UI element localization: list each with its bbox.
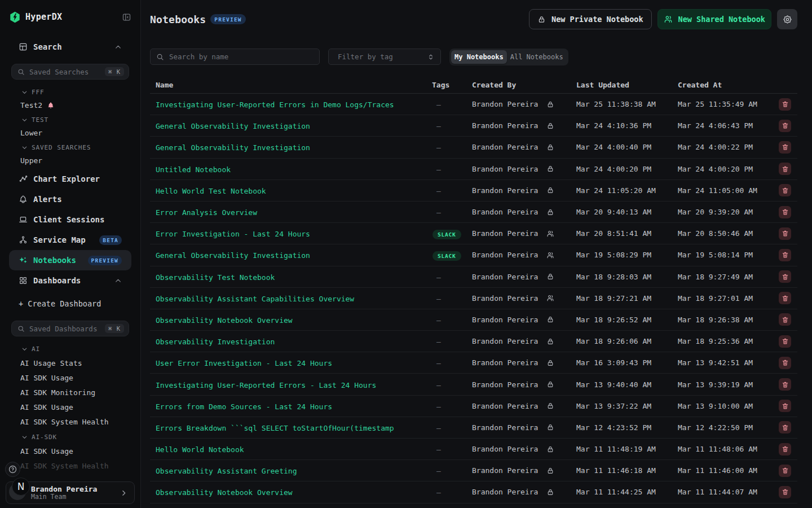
delete-notebook-button[interactable] <box>779 120 791 132</box>
delete-notebook-button[interactable] <box>779 378 791 391</box>
notebook-link[interactable]: Observability Assistant Capabilities Ove… <box>156 295 354 303</box>
notebook-link[interactable]: Observability Test Notebook <box>156 273 275 282</box>
delete-notebook-button[interactable] <box>779 141 791 154</box>
notebook-link[interactable]: Hello World Test Notebook <box>156 187 266 195</box>
table-row[interactable]: General Observability Investigation — Br… <box>150 137 797 158</box>
saved-search-group-fff[interactable]: FFF <box>9 86 131 99</box>
dashboard-item[interactable]: AI SDK Usage <box>9 370 131 385</box>
table-row[interactable]: User Error Investigation - Last 24 Hours… <box>150 352 797 374</box>
sidebar-item-search[interactable]: Search <box>9 37 131 57</box>
notebook-link[interactable]: General Observability Investigation <box>156 122 310 130</box>
dashboard-item[interactable]: AI SDK Monitoring <box>9 385 131 400</box>
notebook-link[interactable]: Error Analysis Overview <box>156 208 257 217</box>
notebook-link[interactable]: Hello World Notebook <box>156 445 244 454</box>
dashboard-item[interactable]: AI Usage Stats <box>9 356 131 370</box>
table-row[interactable]: Hello World Test Notebook — Brandon Pere… <box>150 180 797 202</box>
no-tags-dash: — <box>436 488 441 497</box>
table-row[interactable]: Untitled Notebook — Brandon Pereira Mar … <box>150 159 797 180</box>
create-dashboard-button[interactable]: + Create Dashboard <box>9 294 131 314</box>
delete-notebook-button[interactable] <box>779 292 791 304</box>
notebook-link[interactable]: Errors Breakdown ```sql SELECT toStartOf… <box>156 424 394 432</box>
delete-notebook-button[interactable] <box>779 313 791 326</box>
delete-notebook-button[interactable] <box>779 184 791 196</box>
notebook-link[interactable]: User Error Investigation - Last 24 Hours <box>156 359 332 367</box>
notebook-link[interactable]: Observability Assistant Greeting <box>156 467 297 475</box>
notebook-link[interactable]: Errors from Demo Sources - Last 24 Hours <box>156 402 332 411</box>
saved-search-group-test[interactable]: TEST <box>9 113 131 126</box>
saved-search-item-test2[interactable]: Test2 <box>9 99 131 112</box>
kbd-shortcut: ⌘ K <box>105 67 124 76</box>
notebook-link[interactable]: General Observability Investigation <box>156 251 310 260</box>
sidebar-item-service-map[interactable]: Service Map BETA <box>9 230 131 250</box>
notebook-link[interactable]: Observability Notebook Overview <box>156 488 293 497</box>
delete-notebook-button[interactable] <box>779 443 791 456</box>
delete-notebook-button[interactable] <box>779 465 791 477</box>
sidebar-item-notebooks[interactable]: Notebooks PREVIEW <box>9 250 131 270</box>
table-row[interactable]: Observability Assistant Greeting — Brand… <box>150 460 797 481</box>
saved-searches-input[interactable]: Saved Searches ⌘ K <box>11 64 129 80</box>
saved-dashboards-input[interactable]: Saved Dashboards ⌘ K <box>11 321 129 336</box>
dashboard-group-ai[interactable]: AI <box>9 343 131 356</box>
table-row[interactable]: Investigating User-Reported Errors - Las… <box>150 374 797 395</box>
delete-notebook-button[interactable] <box>779 227 791 240</box>
dashboard-item[interactable]: AI SDK System Health <box>9 458 131 473</box>
delete-notebook-button[interactable] <box>779 357 791 369</box>
table-row[interactable]: Observability Test Notebook — Brandon Pe… <box>150 266 797 288</box>
notebook-link[interactable]: Investigating User-Reported Errors in De… <box>156 100 394 109</box>
notebook-link[interactable]: Observability Notebook Overview <box>156 316 293 325</box>
saved-search-group-saved-searches[interactable]: SAVED SEARCHES <box>9 141 131 154</box>
delete-notebook-button[interactable] <box>779 400 791 412</box>
table-row[interactable]: Observability Notebook Overview — Brando… <box>150 481 797 503</box>
delete-notebook-button[interactable] <box>779 335 791 348</box>
notebook-link[interactable]: Investigating User-Reported Errors - Las… <box>156 381 376 389</box>
table-row[interactable]: Observability Notebook Overview — Brando… <box>150 309 797 331</box>
table-row[interactable]: Hello World Notebook — Brandon Pereira M… <box>150 439 797 460</box>
sidebar-item-dashboards[interactable]: Dashboards <box>9 270 131 291</box>
notebook-link[interactable]: Observability Investigation <box>156 338 275 346</box>
table-row[interactable]: Errors Breakdown ```sql SELECT toStartOf… <box>150 417 797 439</box>
delete-notebook-button[interactable] <box>779 98 791 111</box>
notebook-link[interactable]: Error Investigation - Last 24 Hours <box>156 230 310 238</box>
search-by-name-input[interactable]: Search by name <box>150 49 320 65</box>
dashboard-group-ai-sdk[interactable]: AI-SDK <box>9 431 131 444</box>
sidebar-item-chart-explorer[interactable]: Chart Explorer <box>9 169 131 189</box>
table-row[interactable]: Investigating User-Reported Errors in De… <box>150 94 797 115</box>
settings-button[interactable] <box>777 9 797 29</box>
table-row[interactable]: General Observability Investigation SLAC… <box>150 244 797 266</box>
delete-notebook-button[interactable] <box>779 249 791 261</box>
search-icon <box>156 53 164 61</box>
table-row[interactable]: Observability Investigation — Brandon Pe… <box>150 331 797 352</box>
notebook-link[interactable]: General Observability Investigation <box>156 143 310 152</box>
user-team: Main Team <box>31 493 97 501</box>
filter-by-tag-select[interactable]: Filter by tag <box>328 49 441 65</box>
delete-notebook-button[interactable] <box>779 270 791 283</box>
table-row[interactable]: Error Investigation - Last 24 Hours SLAC… <box>150 223 797 244</box>
tab-all-notebooks[interactable]: All Notebooks <box>507 50 567 64</box>
sidebar-item-alerts[interactable]: Alerts <box>9 189 131 209</box>
dashboard-item[interactable]: AI SDK System Health <box>9 414 131 429</box>
no-tags-dash: — <box>436 100 441 109</box>
table-row[interactable]: General Observability Investigation — Br… <box>150 115 797 137</box>
group-label: AI-SDK <box>32 433 57 441</box>
new-shared-notebook-button[interactable]: New Shared Notebook <box>657 9 771 29</box>
sidebar-item-client-sessions[interactable]: Client Sessions <box>9 209 131 230</box>
table-row[interactable]: Errors from Demo Sources - Last 24 Hours… <box>150 396 797 417</box>
notebook-link[interactable]: Untitled Notebook <box>156 165 231 174</box>
help-button[interactable] <box>5 462 20 477</box>
tab-my-notebooks[interactable]: My Notebooks <box>451 50 507 64</box>
collapse-sidebar-button[interactable] <box>122 12 131 22</box>
sidebar-scroll[interactable]: Search Saved Searches ⌘ K FFF Test2 <box>0 33 140 508</box>
delete-notebook-button[interactable] <box>779 206 791 218</box>
search-icon <box>17 68 25 76</box>
delete-notebook-button[interactable] <box>779 486 791 498</box>
saved-search-item-upper[interactable]: Upper <box>9 154 131 167</box>
delete-notebook-button[interactable] <box>779 163 791 175</box>
avatar[interactable]: N <box>12 478 30 496</box>
new-private-notebook-button[interactable]: New Private Notebook <box>529 9 652 29</box>
dashboard-item[interactable]: AI SDK Usage <box>9 444 131 458</box>
table-row[interactable]: Error Analysis Overview — Brandon Pereir… <box>150 202 797 223</box>
dashboard-item[interactable]: AI SDK Usage <box>9 400 131 414</box>
saved-search-item-lower[interactable]: Lower <box>9 126 131 139</box>
table-row[interactable]: Observability Assistant Capabilities Ove… <box>150 288 797 309</box>
delete-notebook-button[interactable] <box>779 421 791 433</box>
